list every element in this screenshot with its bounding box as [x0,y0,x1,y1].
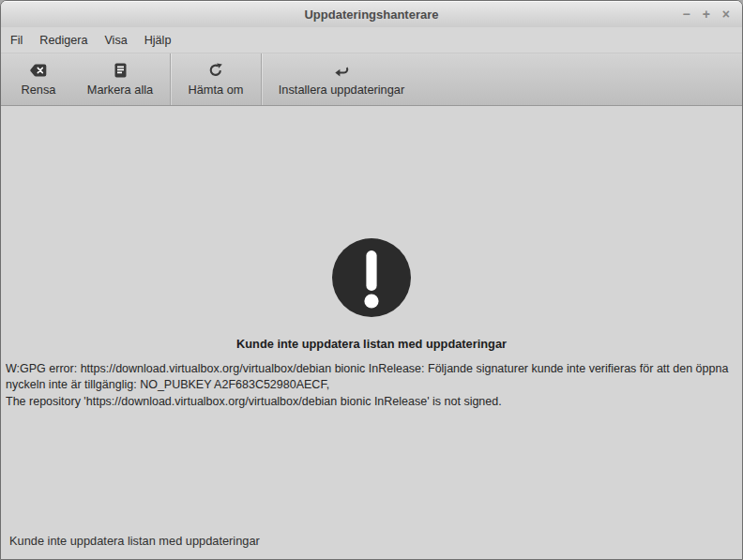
window-controls: − + × [682,8,742,21]
error-line-1: W:GPG error: https://download.virtualbox… [6,361,742,377]
close-button[interactable]: × [722,8,730,21]
statusbar: Kunde inte uppdatera listan med uppdater… [1,522,742,559]
error-heading: Kunde inte uppdatera listan med uppdater… [1,337,742,351]
select-all-document-icon [114,63,127,78]
error-line-2: nyckeln inte är tillgänglig: NO_PUBKEY A… [6,377,742,393]
menu-edit[interactable]: Redigera [31,30,96,51]
titlebar: Uppdateringshanterare − + × [1,1,742,27]
select-all-button[interactable]: Markera alla [70,53,170,105]
refresh-button[interactable]: Hämta om [171,53,261,105]
window-title: Uppdateringshanterare [1,8,742,22]
install-updates-button-label: Installera uppdateringar [279,83,404,97]
refresh-button-label: Hämta om [188,83,243,97]
minimize-button[interactable]: − [682,8,690,21]
clear-button[interactable]: Rensa [7,53,70,105]
menu-view[interactable]: Visa [96,30,135,51]
return-arrow-icon [334,63,350,78]
menu-help[interactable]: Hjälp [136,30,180,51]
statusbar-text: Kunde inte uppdatera listan med uppdater… [9,534,260,548]
install-updates-button[interactable]: Installera uppdateringar [262,53,421,105]
error-details: W:GPG error: https://download.virtualbox… [6,361,742,410]
maximize-button[interactable]: + [703,8,710,21]
backspace-clear-icon [30,63,47,78]
error-line-3: The repository 'https://download.virtual… [6,394,742,410]
menu-file[interactable]: Fil [2,30,31,51]
content-area: Kunde inte uppdatera listan med uppdater… [1,106,742,522]
refresh-icon [208,63,223,78]
update-manager-window: Uppdateringshanterare − + × Fil Redigera… [0,0,743,560]
clear-button-label: Rensa [22,83,56,97]
menubar: Fil Redigera Visa Hjälp [1,27,742,53]
exclamation-circle-icon [332,238,411,317]
toolbar: Rensa Markera alla Hämta om [1,53,742,106]
select-all-button-label: Markera alla [87,83,153,97]
